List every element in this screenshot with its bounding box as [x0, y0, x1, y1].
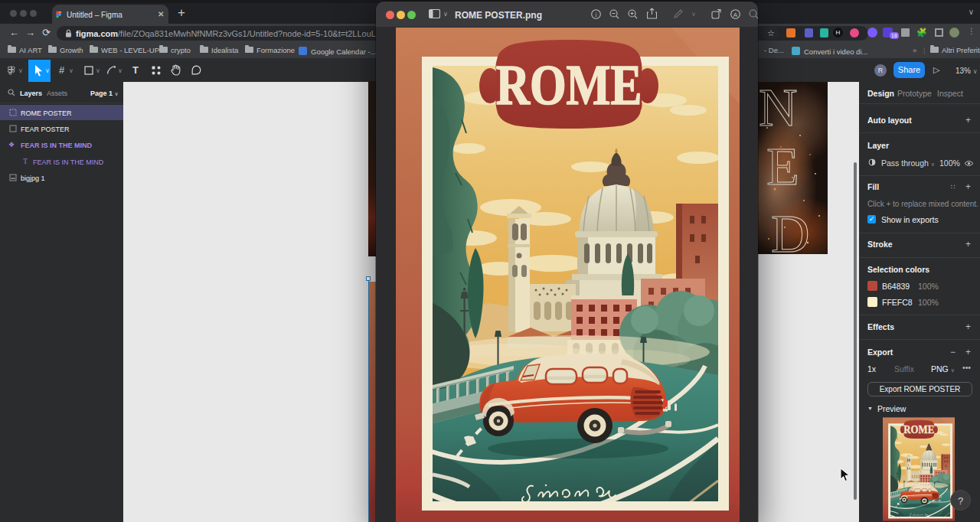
svg-text:A: A	[733, 11, 738, 18]
svg-text:D: D	[771, 204, 810, 254]
svg-text:?: ?	[958, 495, 963, 507]
svg-text:E: E	[766, 137, 799, 196]
svg-text:N: N	[759, 82, 798, 137]
svg-text:ROME: ROME	[496, 54, 642, 116]
svg-text:i: i	[595, 11, 597, 18]
